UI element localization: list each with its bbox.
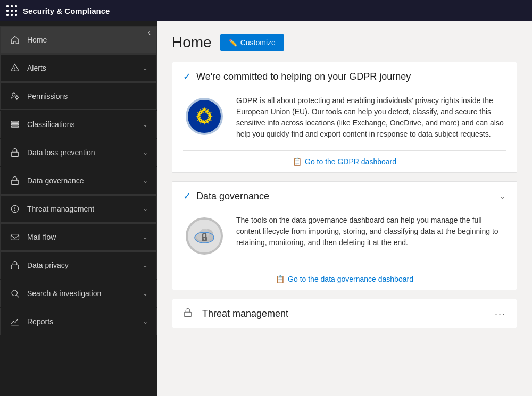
pencil-icon: ✏️	[229, 39, 237, 47]
gdpr-dashboard-link[interactable]: 📋 Go to the GDPR dashboard	[172, 151, 517, 172]
sidebar-nav: Home Alerts ⌄ Permissions	[0, 26, 157, 336]
data-governance-link-text: Go to the data governance dashboard	[288, 275, 413, 283]
classifications-icon	[9, 119, 21, 130]
data-governance-card-chevron[interactable]: ⌄	[500, 192, 506, 200]
svg-rect-8	[11, 180, 19, 184]
sidebar-item-data-privacy[interactable]: Data privacy ⌄	[0, 251, 157, 279]
sidebar-item-threat-management[interactable]: Threat management ⌄	[0, 195, 157, 223]
svg-rect-5	[11, 124, 19, 125]
svg-rect-6	[11, 126, 19, 127]
svg-rect-4	[11, 121, 19, 122]
customize-label: Customize	[240, 38, 276, 47]
main-layout: ‹ Home Alerts ⌄ P	[0, 21, 532, 396]
gdpr-card-title: We're committed to helping on your GDPR …	[196, 71, 506, 82]
data-governance-dashboard-link[interactable]: 📋 Go to the data governance dashboard	[172, 268, 517, 290]
svg-point-13	[12, 290, 18, 296]
gdpr-card-header: ✓ We're committed to helping on your GDP…	[172, 62, 517, 91]
threat-management-card-title: Threat management	[202, 308, 489, 319]
search-chevron-icon: ⌄	[143, 290, 148, 297]
permissions-icon	[9, 90, 21, 102]
privacy-chevron-icon: ⌄	[143, 262, 148, 269]
sidebar-item-data-governance-label: Data governance	[27, 176, 143, 185]
gdpr-body-text: GDPR is all about protecting and enablin…	[236, 95, 506, 140]
threat-icon	[9, 203, 21, 215]
classifications-chevron-icon: ⌄	[143, 121, 148, 128]
customize-button[interactable]: ✏️ Customize	[220, 34, 284, 51]
alert-icon	[9, 62, 21, 74]
sidebar-item-reports[interactable]: Reports ⌄	[0, 308, 157, 335]
data-governance-icon	[9, 175, 21, 187]
threat-chevron-icon: ⌄	[143, 205, 148, 213]
sidebar-item-privacy-label: Data privacy	[27, 261, 143, 269]
sidebar-item-alerts-label: Alerts	[27, 64, 143, 72]
eu-flag-icon	[186, 98, 223, 135]
home-icon	[9, 34, 21, 46]
data-governance-body-text: The tools on the data governance dashboa…	[236, 215, 506, 248]
data-governance-card-title: Data governance	[196, 191, 494, 202]
threat-more-options-icon[interactable]: ···	[495, 308, 506, 319]
mail-icon	[9, 231, 21, 243]
clipboard-icon: 📋	[293, 157, 302, 166]
threat-management-card: Threat management ···	[172, 299, 517, 328]
sidebar-item-data-loss[interactable]: Data loss prevention ⌄	[0, 139, 157, 166]
svg-rect-12	[11, 265, 19, 269]
sidebar-item-classifications[interactable]: Classifications ⌄	[0, 111, 157, 138]
main-content: Home ✏️ Customize ✓ We're committed to h…	[157, 21, 532, 396]
sidebar-collapse-button[interactable]: ‹	[148, 28, 151, 37]
page-header: Home ✏️ Customize	[172, 34, 517, 51]
lock-icon	[183, 308, 193, 319]
sidebar: ‹ Home Alerts ⌄ P	[0, 21, 157, 396]
svg-point-10	[14, 210, 15, 210]
sidebar-item-mail-label: Mail flow	[27, 233, 143, 241]
data-governance-chevron-icon: ⌄	[143, 177, 148, 184]
cloud-governance-wrapper	[183, 215, 226, 257]
svg-point-2	[12, 93, 15, 96]
page-title: Home	[172, 34, 212, 51]
data-governance-card-body: The tools on the data governance dashboa…	[172, 210, 517, 268]
sidebar-item-home[interactable]: Home	[0, 26, 157, 54]
data-governance-card-header: ✓ Data governance ⌄	[172, 182, 517, 210]
svg-line-14	[16, 295, 19, 297]
sidebar-item-mail-flow[interactable]: Mail flow ⌄	[0, 223, 157, 251]
svg-rect-7	[11, 152, 19, 156]
cloud-lock-icon	[186, 217, 223, 255]
data-loss-icon	[9, 147, 21, 158]
sidebar-item-search-label: Search & investigation	[27, 289, 143, 298]
privacy-icon	[9, 259, 21, 271]
sidebar-item-data-governance[interactable]: Data governance ⌄	[0, 167, 157, 195]
gdpr-card: ✓ We're committed to helping on your GDP…	[172, 62, 517, 173]
svg-point-3	[16, 96, 19, 99]
sidebar-item-data-loss-label: Data loss prevention	[27, 148, 143, 157]
reports-chevron-icon: ⌄	[143, 318, 148, 325]
data-governance-check-icon: ✓	[183, 190, 191, 202]
alerts-chevron-icon: ⌄	[143, 64, 148, 72]
sidebar-item-classifications-label: Classifications	[27, 120, 143, 129]
svg-rect-35	[204, 239, 205, 240]
sidebar-item-home-label: Home	[27, 36, 148, 44]
gdpr-check-icon: ✓	[183, 71, 191, 82]
svg-point-1	[14, 70, 15, 70]
data-loss-chevron-icon: ⌄	[143, 149, 148, 156]
data-governance-card: ✓ Data governance ⌄	[172, 181, 517, 290]
top-bar: Security & Compliance	[0, 0, 532, 21]
gdpr-link-text: Go to the GDPR dashboard	[305, 157, 396, 166]
app-title: Security & Compliance	[23, 6, 110, 15]
svg-rect-37	[184, 312, 192, 316]
sidebar-item-permissions-label: Permissions	[27, 92, 148, 100]
svg-rect-11	[11, 234, 19, 240]
app-grid-icon	[6, 5, 18, 16]
eu-flag-wrapper	[183, 95, 226, 138]
sidebar-item-threat-label: Threat management	[27, 205, 143, 213]
search-icon	[9, 288, 21, 299]
sidebar-item-reports-label: Reports	[27, 317, 143, 326]
gdpr-card-body: GDPR is all about protecting and enablin…	[172, 91, 517, 150]
clipboard2-icon: 📋	[276, 275, 285, 283]
sidebar-item-search-investigation[interactable]: Search & investigation ⌄	[0, 280, 157, 307]
sidebar-item-permissions[interactable]: Permissions	[0, 82, 157, 110]
sidebar-item-alerts[interactable]: Alerts ⌄	[0, 54, 157, 82]
mail-chevron-icon: ⌄	[143, 233, 148, 241]
threat-management-card-header: Threat management ···	[172, 299, 517, 328]
reports-icon	[9, 316, 21, 327]
